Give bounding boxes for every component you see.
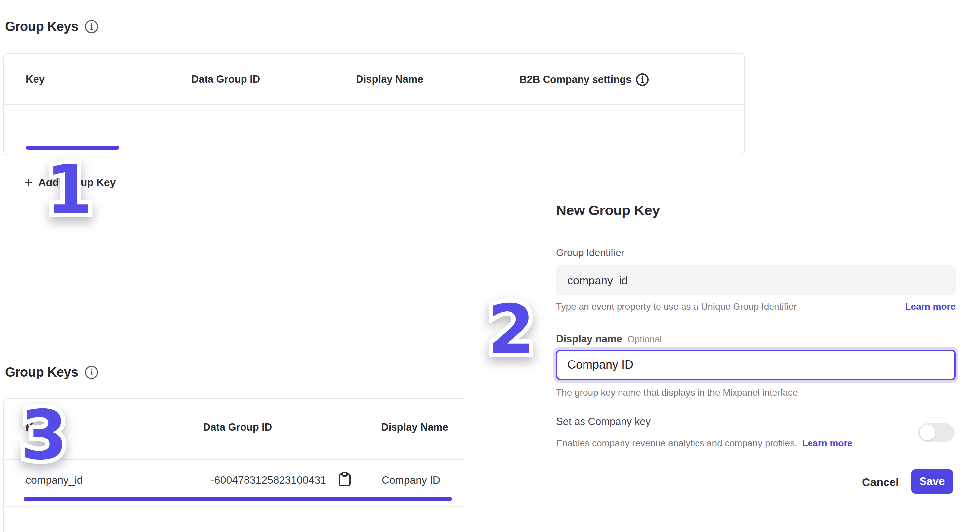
info-icon[interactable]: i — [85, 20, 98, 33]
column-header-display-name: Display Name — [381, 421, 448, 433]
company-key-helper: Enables company revenue analytics and co… — [556, 438, 797, 448]
page-title: Group Keys — [5, 19, 78, 34]
display-name-input[interactable] — [556, 350, 956, 380]
row-display-name: Company ID — [382, 474, 441, 486]
annotation-step-3: 3 3 — [21, 401, 68, 469]
display-name-helper: The group key name that displays in the … — [556, 387, 798, 398]
form-title: New Group Key — [556, 202, 660, 218]
group-keys-heading-bottom: Group Keys i — [5, 365, 98, 380]
row-key: company_id — [26, 474, 83, 486]
toggle-knob — [920, 425, 935, 440]
company-key-label: Set as Company key — [556, 416, 651, 428]
learn-more-link[interactable]: Learn more — [802, 438, 853, 448]
annotation-step-1: 1 1 — [46, 156, 93, 224]
annotation-underline-row — [24, 497, 452, 501]
group-keys-heading-top: Group Keys i — [5, 19, 98, 34]
group-identifier-helper: Type an event property to use as a Uniqu… — [556, 301, 797, 312]
group-identifier-helper-row: Type an event property to use as a Uniqu… — [556, 301, 956, 312]
company-key-helper-row: Enables company revenue analytics and co… — [556, 438, 853, 449]
annotation-step-2: 2 2 — [488, 296, 535, 363]
cancel-button[interactable]: Cancel — [862, 476, 899, 489]
optional-tag: Optional — [627, 334, 662, 345]
column-header-display-name: Display Name — [356, 73, 423, 85]
row-data-group-id: -6004783125823100431 — [211, 474, 326, 486]
copy-icon[interactable] — [337, 471, 352, 487]
column-header-key: Key — [26, 73, 45, 85]
plus-icon: + — [24, 175, 33, 190]
info-icon[interactable]: i — [85, 366, 98, 379]
group-keys-table-filled: Key Data Group ID Display Name company_i… — [3, 398, 465, 532]
column-header-data-group-id: Data Group ID — [203, 421, 272, 433]
page-title: Group Keys — [5, 365, 78, 380]
group-identifier-label: Group Identifier — [556, 247, 624, 258]
column-header-data-group-id: Data Group ID — [191, 73, 260, 85]
annotation-underline-add-key — [26, 146, 119, 150]
group-identifier-input[interactable] — [556, 265, 956, 295]
display-name-label: Display name — [556, 333, 622, 345]
table-header-divider — [4, 459, 465, 460]
new-group-key-form: New Group Key Group Identifier Type an e… — [556, 0, 956, 532]
display-name-label-row: Display name Optional — [556, 333, 662, 345]
save-button[interactable]: Save — [911, 469, 953, 494]
company-key-toggle[interactable] — [918, 423, 955, 442]
learn-more-link[interactable]: Learn more — [905, 301, 956, 312]
group-keys-settings-screen: Group Keys i Key Data Group ID Display N… — [0, 0, 980, 532]
row-divider — [4, 506, 465, 507]
